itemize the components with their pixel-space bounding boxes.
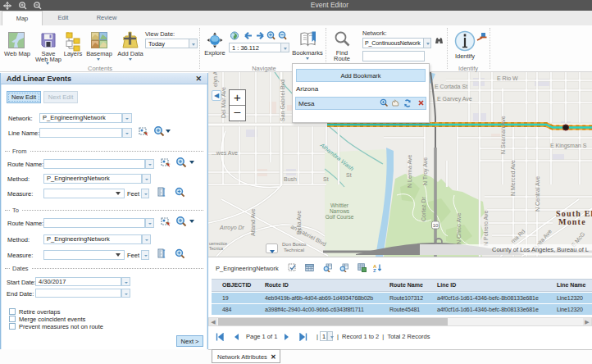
svg-text:Technical: Technical — [284, 248, 304, 253]
svg-text:Arroyo Dr: Arroyo Dr — [219, 225, 245, 231]
svg-text:Z: Z — [373, 268, 376, 272]
svg-text:Del Mar Ave: Del Mar Ave — [221, 87, 226, 118]
svg-text:St: St — [346, 172, 352, 178]
svg-text:N Chico Ave: N Chico Ave — [456, 213, 462, 244]
svg-text:Tecnica: Tecnica — [209, 246, 223, 251]
svg-text:San Gabriel Bvd: San Gabriel Bvd — [280, 80, 285, 121]
svg-text:E Garvey Ave: E Garvey Ave — [437, 96, 472, 102]
svg-text:Golf Course: Golf Course — [326, 214, 354, 220]
svg-text:10: 10 — [433, 223, 439, 228]
svg-text:elyn A: elyn A — [212, 72, 219, 87]
svg-text:N Seaman Ave: N Seaman Ave — [500, 116, 506, 154]
svg-text:Monte: Monte — [558, 217, 586, 226]
svg-text:N Central Ave: N Central Ave — [535, 176, 540, 212]
svg-text:Whittier: Whittier — [330, 202, 349, 208]
svg-text:...wes Ave: ...wes Ave — [212, 150, 238, 156]
svg-text:Don Bosco: Don Bosco — [282, 242, 307, 247]
svg-text:Bush: Bush — [284, 176, 297, 182]
svg-text:Cortez Dr: Cortez Dr — [421, 196, 426, 221]
svg-text:N Lerma Ave: N Lerma Ave — [407, 155, 412, 188]
svg-text:Atland Ave: Atland Ave — [250, 209, 256, 236]
svg-text:E Kingsman S: E Kingsman S — [550, 143, 587, 149]
svg-text:N Potrero Ave: N Potrero Ave — [483, 210, 489, 246]
svg-text:E Rio W: E Rio W — [497, 75, 518, 81]
svg-text:County of Los Angeles, Bureau: County of Los Angeles, Bureau of L — [492, 246, 589, 253]
svg-text:E Cortada St: E Cortada St — [435, 84, 467, 89]
svg-text:N Troy Ave: N Troy Ave — [422, 157, 429, 185]
svg-text:St: St — [323, 176, 329, 182]
svg-text:Narrows: Narrows — [330, 208, 350, 214]
svg-text:N Merced Ave: N Merced Ave — [510, 160, 516, 196]
